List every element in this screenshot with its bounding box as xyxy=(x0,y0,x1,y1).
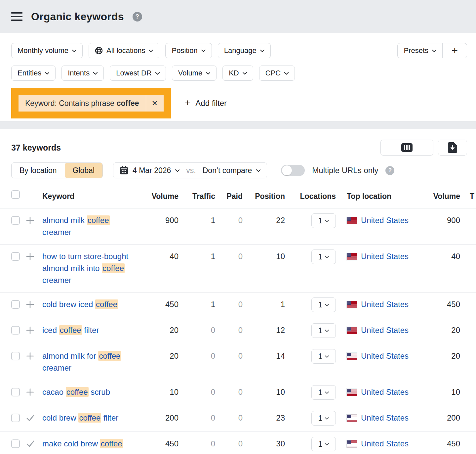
top-location-link[interactable]: United States xyxy=(361,324,409,336)
keyword-link[interactable]: almond milk for coffee creamer xyxy=(42,351,121,372)
us-flag-icon xyxy=(347,301,357,308)
filter-intents[interactable]: Intents xyxy=(61,66,104,81)
keyword-link[interactable]: iced coffee filter xyxy=(42,325,99,335)
top-location-link[interactable]: United States xyxy=(361,214,409,226)
top-location-link[interactable]: United States xyxy=(361,250,409,262)
filter-entities[interactable]: Entities xyxy=(11,66,56,81)
checkmark-icon[interactable] xyxy=(26,414,35,422)
locations-dropdown[interactable]: 1 xyxy=(311,437,336,451)
segment-by-location[interactable]: By location xyxy=(12,163,65,178)
keyword-link[interactable]: cacao coffee scrub xyxy=(42,387,110,397)
add-filter-button[interactable]: + Add filter xyxy=(185,99,227,108)
plus-icon[interactable] xyxy=(26,300,34,309)
checkmark-icon[interactable] xyxy=(26,439,35,448)
locations-value: 1 xyxy=(318,300,323,309)
top-location-link[interactable]: United States xyxy=(361,412,409,424)
top-location-link[interactable]: United States xyxy=(361,298,409,310)
table-row: iced coffee filter 20 0 0 12 1 United St… xyxy=(0,318,476,344)
filter-row-2: Entities Intents Lowest DR Volume KD CPC xyxy=(11,66,467,81)
paid-value: 0 xyxy=(215,386,243,398)
segment-global[interactable]: Global xyxy=(65,163,102,178)
plus-icon[interactable] xyxy=(26,216,34,225)
hamburger-icon[interactable] xyxy=(11,12,22,21)
remove-filter-button[interactable]: ✕ xyxy=(146,95,164,112)
date-value[interactable]: 4 Mar 2026 xyxy=(133,166,171,175)
keyword-link[interactable]: how to turn store-bought almond milk int… xyxy=(42,252,128,285)
locations-dropdown[interactable]: 1 xyxy=(311,213,336,228)
manage-columns-button[interactable] xyxy=(380,140,433,156)
column-top-location[interactable]: Top location xyxy=(336,190,420,202)
select-all-checkbox[interactable] xyxy=(11,190,20,199)
column-volume[interactable]: Volume xyxy=(137,190,178,202)
traffic-value: 0 xyxy=(178,412,215,424)
export-button[interactable] xyxy=(438,140,467,156)
filter-all-locations[interactable]: All locations xyxy=(89,43,159,58)
filter-kd[interactable]: KD xyxy=(222,66,253,81)
keyword-link[interactable]: cold brew coffee filter xyxy=(42,413,118,423)
locations-dropdown[interactable]: 1 xyxy=(311,297,336,312)
chevron-down-icon xyxy=(93,72,98,75)
row-checkbox[interactable] xyxy=(11,326,20,335)
column-truncated[interactable]: T xyxy=(460,190,476,202)
add-cell xyxy=(26,350,42,364)
compare-value[interactable]: Don’t compare xyxy=(203,166,252,175)
row-checkbox[interactable] xyxy=(11,216,20,225)
top-bar: Organic keywords ? xyxy=(0,0,476,33)
chevron-down-icon xyxy=(243,72,247,75)
active-filter-row: Keyword: Contains phrase coffee ✕ + Add … xyxy=(11,88,467,118)
filter-lowest-dr[interactable]: Lowest DR xyxy=(110,66,166,81)
top-location-link[interactable]: United States xyxy=(361,350,409,362)
filter-monthly-volume[interactable]: Monthly volume xyxy=(11,43,83,58)
plus-icon[interactable] xyxy=(26,252,34,261)
multiple-urls-toggle[interactable] xyxy=(281,165,305,176)
column-position[interactable]: Position xyxy=(243,190,285,202)
volume-2-value: 900 xyxy=(420,214,460,226)
column-paid[interactable]: Paid xyxy=(215,190,243,202)
help-icon[interactable]: ? xyxy=(133,12,142,22)
date-compare-control[interactable]: 4 Mar 2026 vs. Don’t compare xyxy=(113,162,267,178)
help-icon[interactable]: ? xyxy=(385,166,394,175)
traffic-value: 1 xyxy=(178,250,215,262)
locations-dropdown[interactable]: 1 xyxy=(311,250,336,264)
toggle-knob xyxy=(282,165,292,175)
calendar-icon xyxy=(120,166,128,175)
paid-value: 0 xyxy=(215,350,243,362)
plus-icon[interactable] xyxy=(26,388,34,396)
column-volume-2[interactable]: Volume xyxy=(420,190,460,202)
keyword-link[interactable]: almond milk coffee creamer xyxy=(42,215,110,237)
locations-dropdown[interactable]: 1 xyxy=(311,411,336,426)
presets-button[interactable]: Presets xyxy=(398,43,442,58)
locations-dropdown[interactable]: 1 xyxy=(311,349,336,364)
keyword-highlight: coffee xyxy=(87,215,110,225)
keyword-link[interactable]: make cold brew coffee xyxy=(42,439,123,448)
column-locations[interactable]: Locations xyxy=(285,190,336,202)
row-checkbox[interactable] xyxy=(11,352,20,360)
chevron-down-icon xyxy=(45,72,49,75)
table-row: cold brew iced coffee 450 1 0 1 1 United… xyxy=(0,293,476,318)
top-location-link[interactable]: United States xyxy=(361,386,409,398)
filter-cpc[interactable]: CPC xyxy=(259,66,295,81)
top-location-link[interactable]: United States xyxy=(361,438,409,450)
filter-volume[interactable]: Volume xyxy=(172,66,217,81)
keyword-highlight: coffee xyxy=(78,413,101,423)
row-checkbox[interactable] xyxy=(11,252,20,261)
row-checkbox[interactable] xyxy=(11,414,20,422)
column-traffic[interactable]: Traffic xyxy=(178,190,215,202)
row-checkbox[interactable] xyxy=(11,388,20,396)
filter-label: Intents xyxy=(68,69,90,77)
add-cell xyxy=(26,324,42,338)
keyword-link[interactable]: cold brew iced coffee xyxy=(42,299,118,309)
active-filter-chip[interactable]: Keyword: Contains phrase coffee ✕ xyxy=(19,95,164,112)
row-checkbox[interactable] xyxy=(11,439,20,448)
add-preset-button[interactable]: + xyxy=(442,43,467,58)
filter-position[interactable]: Position xyxy=(165,43,212,58)
row-checkbox[interactable] xyxy=(11,300,20,309)
filter-language[interactable]: Language xyxy=(218,43,271,58)
plus-icon[interactable] xyxy=(26,352,34,360)
locations-dropdown[interactable]: 1 xyxy=(311,385,336,400)
locations-dropdown[interactable]: 1 xyxy=(311,323,336,338)
add-cell xyxy=(26,214,42,228)
plus-icon[interactable] xyxy=(26,326,34,335)
column-keyword[interactable]: Keyword xyxy=(42,190,137,202)
paid-value: 0 xyxy=(215,438,243,450)
